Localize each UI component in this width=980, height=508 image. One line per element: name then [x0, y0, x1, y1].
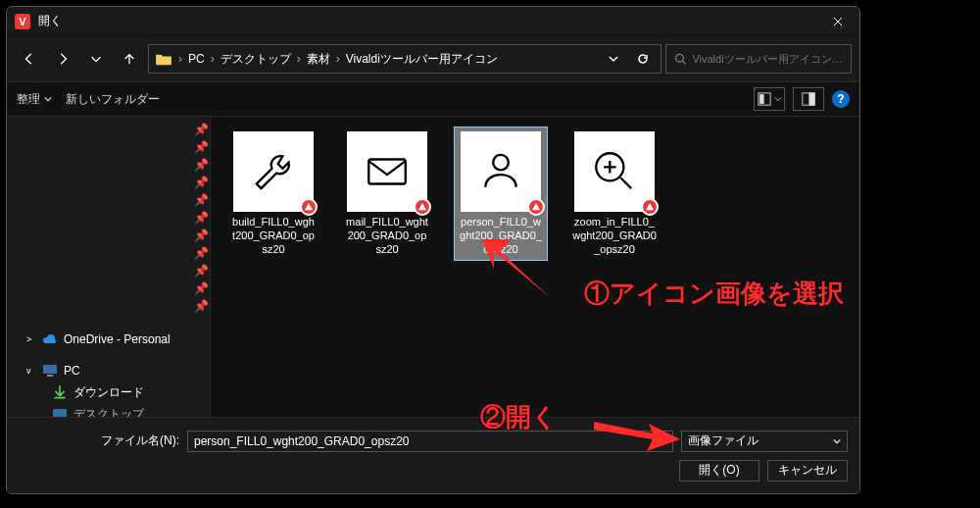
file-item[interactable]: zoom_in_FILL0_wght200_GRAD0_opsz20	[567, 127, 662, 261]
vivaldi-app-icon: V	[15, 14, 30, 29]
pin-icon: 📌	[194, 123, 204, 132]
sidebar-item-label: デスクトップ	[74, 406, 144, 418]
cancel-button[interactable]: キャンセル	[767, 460, 848, 482]
organize-menu[interactable]: 整理	[17, 91, 52, 108]
refresh-button[interactable]	[631, 45, 655, 73]
file-name: person_FILL0_wght200_GRAD0_opsz20	[459, 216, 543, 256]
chevron-down-icon	[44, 95, 52, 103]
vivaldi-badge	[300, 198, 318, 216]
address-bar[interactable]: › PC › デスクトップ › 素材 › Vivaldiツールバー用アイコン	[148, 44, 662, 74]
pin-icon: 📌	[194, 140, 204, 150]
file-item-selected[interactable]: person_FILL0_wght200_GRAD0_opsz20	[454, 127, 548, 261]
nav-recent-button[interactable]	[81, 44, 111, 74]
vivaldi-badge	[527, 198, 545, 216]
pin-icon: 📌	[194, 176, 204, 185]
refresh-icon	[637, 53, 649, 65]
open-button[interactable]: 開く(O)	[679, 460, 760, 482]
breadcrumb-separator: ›	[297, 52, 301, 66]
chevron-down-icon	[833, 437, 841, 445]
help-button[interactable]: ?	[832, 90, 850, 108]
breadcrumb-separator: ›	[178, 52, 182, 66]
download-icon	[52, 384, 68, 400]
filename-label: ファイル名(N):	[19, 432, 179, 449]
sidebar-tree: 📌 📌 📌 📌 📌 📌 📌 📌 📌 📌 📌 > OneDrive - Perso…	[7, 117, 211, 417]
sidebar-item-downloads[interactable]: ダウンロード	[7, 381, 210, 403]
arrow-right-icon	[56, 52, 70, 66]
window-buttons	[816, 7, 859, 36]
pin-icon: 📌	[194, 299, 204, 309]
search-placeholder: Vivaldiツールバー用アイコンの検...	[692, 52, 843, 67]
preview-pane-icon	[802, 92, 815, 106]
sidebar-item-onedrive[interactable]: > OneDrive - Personal	[7, 329, 210, 350]
pin-icon: 📌	[194, 281, 204, 291]
sidebar-item-pc[interactable]: v PC	[7, 360, 210, 381]
nav-forward-button[interactable]	[48, 44, 77, 74]
vivaldi-badge	[641, 198, 659, 216]
close-icon	[833, 17, 843, 26]
svg-point-0	[676, 54, 684, 62]
file-name: zoom_in_FILL0_wght200_GRAD0_opsz20	[572, 216, 657, 256]
file-item[interactable]: mail_FILL0_wght200_GRAD0_opsz20	[340, 127, 434, 261]
background-app-peek	[864, 0, 980, 508]
tiles-view-icon	[758, 92, 771, 106]
toolbar: 整理 新しいフォルダー ?	[7, 81, 859, 117]
cloud-icon	[42, 331, 58, 347]
breadcrumb-separator: ›	[336, 52, 340, 66]
svg-rect-5	[43, 365, 57, 374]
close-button[interactable]	[816, 7, 859, 36]
file-thumbnail	[574, 131, 655, 212]
file-item[interactable]: build_FILL0_wght200_GRAD0_opsz20	[226, 127, 320, 261]
collapse-toggle[interactable]: v	[26, 366, 36, 376]
file-thumbnail	[347, 131, 427, 212]
quick-access-pins: 📌 📌 📌 📌 📌 📌 📌 📌 📌 📌 📌	[194, 123, 204, 309]
pin-icon: 📌	[194, 229, 204, 238]
arrow-up-icon	[122, 52, 136, 66]
breadcrumb-item[interactable]: Vivaldiツールバー用アイコン	[346, 51, 498, 68]
chevron-down-icon	[608, 53, 619, 65]
view-mode-button[interactable]	[754, 87, 785, 111]
arrow-left-icon	[23, 52, 36, 66]
zoom-in-icon	[590, 147, 639, 196]
file-name: mail_FILL0_wght200_GRAD0_opsz20	[345, 216, 429, 256]
pin-icon: 📌	[194, 264, 204, 274]
chevron-down-icon	[774, 95, 782, 103]
navigation-row: › PC › デスクトップ › 素材 › Vivaldiツールバー用アイコン V…	[7, 36, 859, 81]
preview-pane-button[interactable]	[793, 87, 824, 111]
search-box[interactable]: Vivaldiツールバー用アイコンの検...	[665, 44, 852, 74]
mail-icon	[363, 147, 412, 196]
filename-input[interactable]	[187, 431, 673, 452]
file-open-dialog: V 開く › PC › デスクトップ ›	[6, 6, 860, 494]
filetype-select[interactable]: 画像ファイル	[681, 431, 848, 452]
nav-back-button[interactable]	[15, 44, 44, 74]
breadcrumb-separator: ›	[211, 52, 215, 66]
breadcrumb-item[interactable]: デスクトップ	[220, 51, 291, 68]
body-split: 📌 📌 📌 📌 📌 📌 📌 📌 📌 📌 📌 > OneDrive - Perso…	[7, 117, 859, 417]
file-list-area[interactable]: build_FILL0_wght200_GRAD0_opsz20 mail_FI…	[211, 117, 859, 417]
sidebar-item-desktop[interactable]: デスクトップ	[7, 403, 210, 417]
file-thumbnail	[233, 131, 314, 212]
folder-icon	[155, 52, 172, 66]
address-dropdown[interactable]	[602, 45, 625, 73]
person-icon	[476, 147, 525, 196]
desktop-icon	[52, 406, 68, 417]
svg-rect-7	[53, 409, 67, 417]
file-thumbnail	[461, 131, 541, 212]
filetype-label: 画像ファイル	[688, 432, 759, 449]
new-folder-button[interactable]: 新しいフォルダー	[66, 91, 160, 108]
window-title: 開く	[38, 13, 808, 29]
sidebar-item-label: OneDrive - Personal	[64, 332, 171, 346]
nav-up-button[interactable]	[115, 44, 144, 74]
file-name: build_FILL0_wght200_GRAD0_opsz20	[231, 216, 316, 256]
svg-point-9	[493, 155, 509, 171]
sidebar-item-label: PC	[64, 364, 80, 378]
titlebar: V 開く	[7, 7, 859, 36]
pin-icon: 📌	[194, 211, 204, 221]
chevron-down-icon	[89, 52, 103, 66]
help-icon: ?	[837, 92, 844, 106]
pin-icon: 📌	[194, 158, 204, 168]
breadcrumb-item[interactable]: 素材	[307, 51, 330, 68]
vivaldi-badge	[414, 198, 431, 216]
svg-rect-8	[368, 160, 406, 184]
collapse-toggle[interactable]: >	[26, 334, 36, 344]
breadcrumb-item[interactable]: PC	[188, 52, 205, 66]
